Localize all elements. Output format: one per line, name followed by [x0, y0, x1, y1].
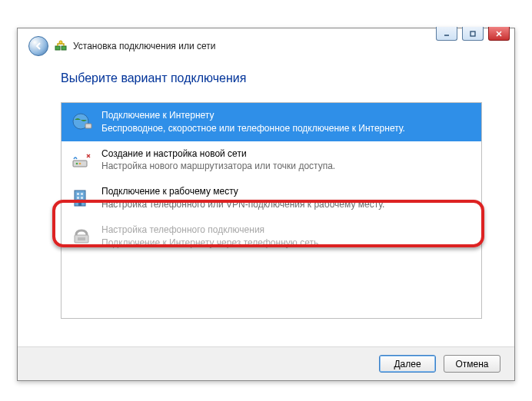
next-button[interactable]: Далее — [379, 355, 436, 373]
option-internet[interactable]: Подключение к Интернету Беспроводное, ск… — [62, 103, 481, 141]
maximize-button[interactable] — [462, 27, 484, 41]
wizard-window: Установка подключения или сети Выберите … — [17, 28, 515, 381]
option-desc: Настройка нового маршрутизатора или точк… — [101, 160, 474, 173]
minimize-button[interactable] — [436, 27, 457, 41]
svg-rect-5 — [62, 46, 66, 50]
wizard-icon — [55, 40, 67, 52]
close-button[interactable] — [488, 27, 510, 41]
option-dialup[interactable]: Настройка телефонного подключения Подклю… — [62, 217, 481, 256]
heading: Выберите вариант подключения — [61, 71, 482, 85]
svg-point-6 — [59, 41, 62, 44]
window-title: Установка подключения или сети — [73, 41, 215, 51]
svg-point-11 — [79, 162, 81, 164]
footer: Далее Отмена — [18, 346, 514, 380]
window-controls — [436, 27, 510, 41]
globe-icon — [69, 109, 94, 134]
svg-rect-16 — [81, 197, 83, 199]
back-button[interactable] — [28, 36, 48, 56]
svg-rect-19 — [78, 237, 85, 240]
option-new-network[interactable]: Создание и настройка новой сети Настройк… — [62, 141, 481, 180]
content-area: Выберите вариант подключения Подключение… — [18, 56, 514, 319]
router-icon — [69, 147, 94, 172]
phone-icon — [69, 224, 94, 248]
svg-rect-14 — [81, 193, 83, 195]
svg-rect-13 — [77, 193, 79, 195]
option-title: Подключение к Интернету — [101, 109, 474, 122]
option-title: Создание и настройка новой сети — [101, 147, 474, 161]
svg-rect-17 — [78, 201, 81, 206]
building-icon — [69, 185, 94, 210]
option-title: Настройка телефонного подключения — [101, 224, 474, 237]
svg-point-10 — [76, 162, 78, 164]
svg-rect-15 — [77, 197, 79, 199]
option-desc: Настройка телефонного или VPN-подключени… — [101, 198, 474, 211]
svg-rect-8 — [85, 124, 91, 128]
cancel-button[interactable]: Отмена — [444, 355, 500, 373]
option-desc: Беспроводное, скоростное или телефонное … — [101, 122, 474, 135]
option-title: Подключение к рабочему месту — [101, 185, 474, 198]
svg-rect-1 — [470, 31, 475, 36]
option-desc: Подключение к Интернету через телефонную… — [101, 237, 474, 250]
svg-rect-4 — [55, 46, 60, 50]
option-workplace[interactable]: Подключение к рабочему месту Настройка т… — [62, 179, 481, 217]
option-list: Подключение к Интернету Беспроводное, ск… — [61, 102, 482, 319]
